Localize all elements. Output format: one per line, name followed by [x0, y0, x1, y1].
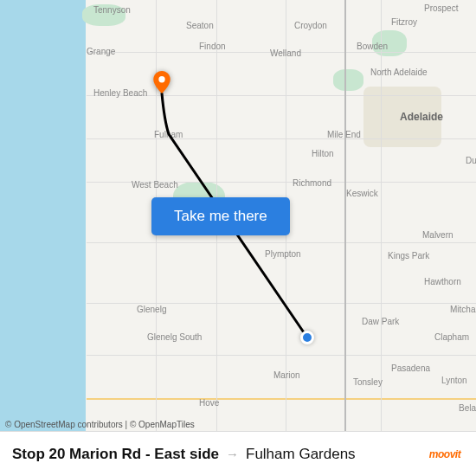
map-place-label: Welland [270, 48, 301, 58]
map-canvas[interactable]: TennysonSeatonGrangeFindonCroydonFitzroy… [0, 0, 476, 431]
moovit-logo[interactable]: moovit [426, 441, 464, 467]
map-place-label: Keswick [346, 189, 378, 198]
map-place-label: West Beach [132, 180, 178, 190]
map-place-label: Hove [199, 398, 219, 408]
map-place-label: Hilton [312, 149, 334, 158]
map-place-label: Hawthorn [424, 277, 461, 286]
map-place-label: North Adelaide [370, 68, 428, 77]
map-place-label: Tennyson [93, 5, 131, 15]
map-place-label: Lynton [441, 376, 467, 385]
map-place-label: Plympton [265, 249, 301, 259]
map-place-label: Bowden [357, 42, 388, 51]
map-place-label: Kings Park [388, 251, 429, 261]
map-place-label: Findon [199, 42, 226, 51]
route-arrow-icon: → [226, 447, 239, 461]
map-place-label: Adelaide [400, 111, 443, 123]
map-place-label: Fitzroy [391, 17, 417, 27]
origin-marker [300, 331, 314, 344]
map-place-label: Glenelg South [147, 332, 202, 342]
map-place-label: Henley Beach [93, 88, 147, 98]
map-place-label: Richmond [293, 178, 331, 188]
svg-point-0 [158, 76, 164, 82]
map-place-label: Tonsley [353, 377, 383, 387]
map-place-label: Fulham [154, 130, 183, 139]
map-place-label: Mitchar [450, 305, 476, 314]
route-origin-text: Stop 20 Marion Rd - East side [12, 446, 219, 463]
map-place-label: Marion [273, 370, 300, 380]
destination-marker [151, 71, 173, 93]
take-me-there-button[interactable]: Take me there [151, 197, 290, 235]
map-place-label: Malvern [422, 230, 453, 240]
route-destination-text: Fulham Gardens [246, 446, 356, 463]
map-place-label: Daw Park [362, 317, 399, 326]
map-place-label: Dul [466, 156, 476, 165]
map-place-label: Prospect [424, 3, 458, 13]
map-place-label: Glenelg [137, 305, 166, 314]
map-place-label: Belai [459, 403, 476, 413]
map-place-label: Mile End [327, 130, 361, 139]
map-place-label: Pasadena [391, 363, 430, 373]
map-place-label: Croydon [294, 21, 327, 30]
map-place-label: Clapham [434, 332, 469, 342]
route-footer: Stop 20 Marion Rd - East side → Fulham G… [0, 431, 476, 476]
map-attribution: © OpenStreetMap contributors | © OpenMap… [5, 420, 195, 429]
map-place-label: Grange [87, 47, 115, 56]
map-place-label: Seaton [186, 21, 214, 30]
